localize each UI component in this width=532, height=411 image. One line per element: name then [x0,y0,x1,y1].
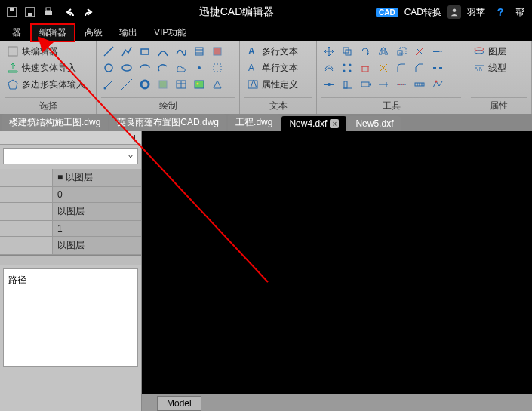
redo-icon[interactable] [81,5,95,19]
circle-icon[interactable] [101,60,116,75]
move-icon[interactable] [321,44,337,59]
print-icon[interactable] [42,5,55,19]
pedit-icon[interactable] [430,77,445,92]
block-ins-icon[interactable] [155,77,171,92]
save-icon[interactable] [5,5,19,19]
copy-icon[interactable] [340,44,355,59]
svg-rect-27 [195,81,204,88]
wipeout-icon[interactable] [210,77,225,92]
svg-point-70 [475,51,484,54]
poly-input-button[interactable]: 多边形实体输入 [5,77,91,92]
svg-rect-18 [214,64,221,72]
table-row[interactable]: ■ 以图层 [0,169,141,187]
menu-item-output[interactable]: 输出 [112,25,145,41]
cloud-icon[interactable] [174,60,189,75]
quick-select-button[interactable]: 快速实体导入 [5,60,91,75]
text-button[interactable]: A 单行文本 [244,60,312,75]
region-icon[interactable] [210,44,225,59]
table-icon[interactable] [174,77,189,92]
menu-item-vip[interactable]: VIP功能 [146,25,194,41]
extend-icon[interactable] [430,44,445,59]
svg-marker-29 [214,81,221,88]
ellipse-icon[interactable] [119,60,134,75]
block-editor-button[interactable]: 块编辑器 [5,44,91,59]
help-label[interactable]: 帮 [515,6,524,19]
table-row[interactable]: 0 [0,187,141,203]
linetype-button[interactable]: 线型 [471,60,527,75]
line-icon[interactable] [101,44,116,59]
file-tab[interactable]: 英良雨蓬布置图CAD.dwg [109,114,226,131]
rect-icon[interactable] [137,44,152,59]
arc-icon[interactable] [155,44,171,59]
hatch-icon[interactable] [192,44,207,59]
panel-dropdown[interactable] [3,148,138,164]
image-icon[interactable] [192,77,207,92]
layer-button[interactable]: 图层 [471,44,527,59]
file-tab-active[interactable]: New4.dxf× [281,116,346,131]
svg-rect-49 [362,66,368,72]
offset-icon[interactable] [321,60,337,75]
svg-rect-56 [344,81,347,88]
lengthen-icon[interactable] [376,77,391,92]
scale-icon[interactable] [394,44,409,59]
array-icon[interactable] [340,60,355,75]
trim-icon[interactable] [412,44,427,59]
svg-rect-74 [134,135,135,140]
polyline-icon[interactable] [119,44,134,59]
file-tab[interactable]: 楼建筑结构施工图.dwg [2,114,108,131]
linetype-icon [472,61,486,75]
attdef-button[interactable]: A 属性定义 [244,77,312,92]
undo-icon[interactable] [63,5,77,19]
menu-item-editor[interactable]: 编辑器 [30,23,75,42]
mirror-icon[interactable] [376,44,391,59]
file-tabbar: 楼建筑结构施工图.dwg 英良雨蓬布置图CAD.dwg 工程.dwg New4.… [0,115,532,131]
measure-icon[interactable] [412,77,427,92]
save-as-icon[interactable] [23,5,37,19]
close-tab-icon[interactable]: × [330,119,339,128]
mtext-icon: A [246,44,260,58]
svg-point-45 [343,64,346,66]
model-tab[interactable]: Model [157,396,201,411]
spline-icon[interactable] [174,44,189,59]
file-tab[interactable]: New5.dxf [348,116,401,131]
username[interactable]: 羽苹 [467,6,485,19]
svg-line-21 [121,79,132,90]
stretch-icon[interactable] [358,77,373,92]
align-icon[interactable] [340,77,355,92]
svg-point-6 [453,9,457,13]
elarc2-icon[interactable] [155,60,171,75]
xline-icon[interactable] [119,77,134,92]
panel-splitter[interactable] [0,255,141,265]
erase-icon[interactable] [358,60,373,75]
cad-convert-link[interactable]: CAD转换 [404,6,441,19]
ray-icon[interactable] [101,77,116,92]
path-panel: 路径 [3,268,138,367]
table-row[interactable]: 1 [0,221,141,237]
table-row[interactable]: 以图层 [0,203,141,221]
avatar-icon[interactable] [447,5,461,19]
fillet-icon[interactable] [394,60,409,75]
ellipse-arc-icon[interactable] [137,60,152,75]
mtext-button[interactable]: A 多行文本 [244,44,312,59]
break-icon[interactable] [430,60,445,75]
menu-item-advanced[interactable]: 高级 [77,25,110,41]
svg-rect-23 [159,81,167,88]
svg-rect-5 [46,8,51,11]
group-label-select: 选择 [5,97,91,114]
titlebar: 迅捷CAD编辑器 CAD CAD转换 羽苹 ? 帮 [0,0,532,24]
point-icon[interactable] [192,60,207,75]
divide-icon[interactable] [394,77,409,92]
help-icon[interactable]: ? [494,5,507,19]
svg-point-68 [435,81,438,83]
boundary-icon[interactable] [210,60,225,75]
pin-icon[interactable] [131,134,138,142]
drawing-canvas[interactable] [142,131,532,394]
explode-icon[interactable] [376,60,391,75]
rotate-icon[interactable] [358,44,373,59]
chamfer-icon[interactable] [412,60,427,75]
menu-item-0[interactable]: 器 [5,25,29,41]
join-icon[interactable] [321,77,337,92]
file-tab[interactable]: 工程.dwg [228,114,280,131]
table-row[interactable]: 以图层 [0,237,141,255]
donut-icon[interactable] [137,77,152,92]
